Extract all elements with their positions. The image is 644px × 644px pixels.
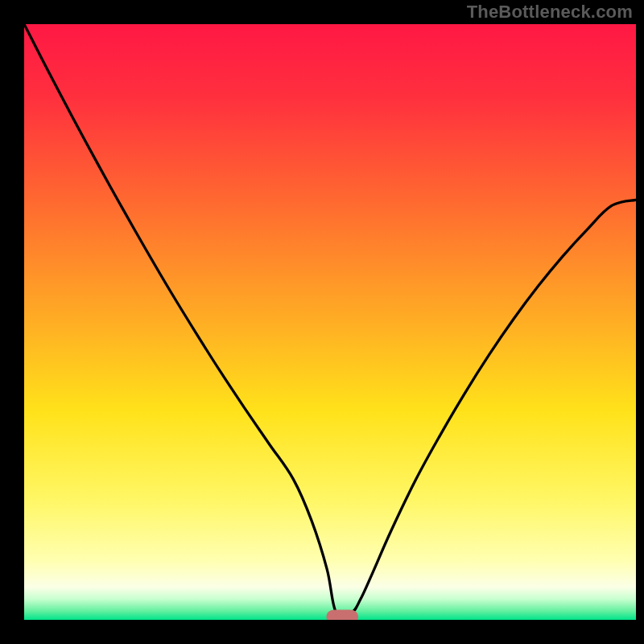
optimal-marker xyxy=(326,609,358,624)
chart-frame: TheBottleneck.com xyxy=(0,0,644,644)
watermark-label: TheBottleneck.com xyxy=(467,2,633,23)
bottleneck-chart xyxy=(0,0,644,644)
plot-background xyxy=(24,24,636,620)
